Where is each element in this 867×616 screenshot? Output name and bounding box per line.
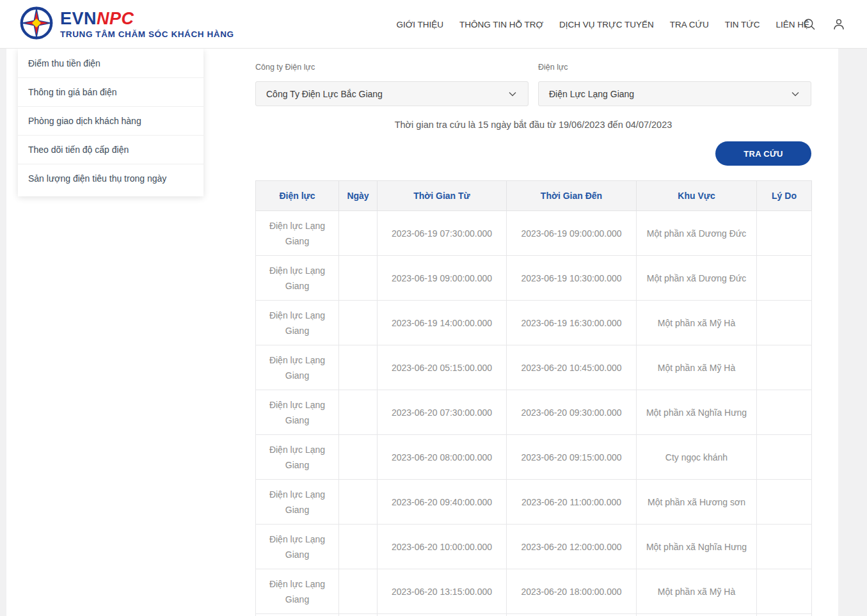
col-thoi-gian-den: Thời Gian Đến [507,181,637,211]
cell-thoi-gian-tu: 2023-06-19 09:00:00.000 [378,256,507,301]
cell-thoi-gian-den: 2023-06-20 12:00:00.000 [507,525,637,569]
col-ngay: Ngày [339,181,378,211]
cell-dien-luc: Điện lực Lạng Giang [256,480,339,525]
cell-thoi-gian-den: 2023-06-20 18:00:00.000 [507,569,637,614]
filter-fields: Công ty Điện lực Công Ty Điện Lực Bắc Gi… [255,63,811,106]
cell-ngay [339,256,378,301]
evn-star-logo-icon [19,6,54,43]
company-label: Công ty Điện lực [255,63,529,74]
brand-text: EVNNPC TRUNG TÂM CHĂM SÓC KHÁCH HÀNG [60,10,234,39]
cell-ly-do [757,569,812,614]
sidebar-item-label: Phòng giao dịch khách hàng [28,116,141,126]
cell-thoi-gian-tu: 2023-06-20 09:40:00.000 [378,480,507,525]
brand-evn: EVN [60,9,97,28]
nav-item[interactable]: TIN TỨC [725,20,760,29]
branch-field: Điện lực Điện Lực Lạng Giang [538,63,811,106]
nav-item[interactable]: THÔNG TIN HỖ TRỢ [459,20,543,29]
cell-ly-do [757,435,812,480]
brand-subtitle: TRUNG TÂM CHĂM SÓC KHÁCH HÀNG [60,29,234,39]
header-icons [803,0,845,49]
table-row: Điện lực Lạng Giang 2023-06-20 09:40:00.… [256,480,812,525]
cell-ngay [339,345,378,390]
company-field: Công ty Điện lực Công Ty Điện Lực Bắc Gi… [255,63,529,106]
nav-item[interactable]: TRA CỨU [670,20,709,29]
sidebar-item-label: Thông tin giá bán điện [28,87,117,97]
sidebar-item-label: Theo dõi tiến độ cấp điện [28,145,129,155]
cell-khu-vuc: Một phần xã Nghĩa Hưng [637,525,757,569]
cell-khu-vuc: Một phần xã Mỹ Hà [637,301,757,345]
table-row: Điện lực Lạng Giang 2023-06-20 13:15:00.… [256,569,812,614]
branch-select[interactable]: Điện Lực Lạng Giang [538,81,811,106]
table-row: Điện lực Lạng Giang 2023-06-20 07:30:00.… [256,390,812,435]
table-header-row: Điện lực Ngày Thời Gian Từ Thời Gian Đến… [256,181,812,211]
user-icon[interactable] [832,18,845,31]
cell-ly-do [757,390,812,435]
cell-thoi-gian-tu: 2023-06-20 07:30:00.000 [378,390,507,435]
cell-ly-do [757,211,812,256]
main-panel: Công ty Điện lực Công Ty Điện Lực Bắc Gi… [255,49,811,616]
main-nav: GIỚI THIỆU THÔNG TIN HỖ TRỢ DỊCH VỤ TRỰC… [396,0,809,49]
table-row: Điện lực Lạng Giang 2023-06-20 10:00:00.… [256,525,812,569]
button-row: TRA CỨU [255,141,811,166]
lookup-period-text: Thời gian tra cứu là 15 ngày bắt đầu từ … [255,120,811,130]
cell-ly-do [757,525,812,569]
cell-dien-luc: Điện lực Lạng Giang [256,435,339,480]
chevron-down-icon [790,89,800,99]
site-header: EVNNPC TRUNG TÂM CHĂM SÓC KHÁCH HÀNG GIỚ… [0,0,867,49]
search-icon[interactable] [803,18,816,31]
nav-item[interactable]: DỊCH VỤ TRỰC TUYẾN [559,20,654,29]
company-select[interactable]: Công Ty Điện Lực Bắc Giang [255,81,529,106]
cell-ly-do [757,345,812,390]
branch-label: Điện lực [538,63,811,74]
cell-dien-luc: Điện lực Lạng Giang [256,345,339,390]
brand-npc: NPC [97,9,134,28]
cell-thoi-gian-tu: 2023-06-19 14:00:00.000 [378,301,507,345]
outage-schedule-table: Điện lực Ngày Thời Gian Từ Thời Gian Đến… [255,180,812,616]
cell-ngay [339,569,378,614]
cell-thoi-gian-den: 2023-06-19 10:30:00.000 [507,256,637,301]
cell-ngay [339,301,378,345]
cell-khu-vuc: Một phần xã Nghĩa Hưng [637,390,757,435]
cell-thoi-gian-tu: 2023-06-20 08:00:00.000 [378,435,507,480]
cell-ngay [339,525,378,569]
sidebar-item[interactable]: Thông tin giá bán điện [18,77,203,106]
sidebar-item-label: Điểm thu tiền điện [28,58,100,68]
table-row: Điện lực Lạng Giang 2023-06-20 08:00:00.… [256,435,812,480]
cell-thoi-gian-tu: 2023-06-19 07:30:00.000 [378,211,507,256]
cell-dien-luc: Điện lực Lạng Giang [256,390,339,435]
cell-dien-luc: Điện lực Lạng Giang [256,301,339,345]
col-dien-luc: Điện lực [256,181,339,211]
sidebar-item[interactable]: Theo dõi tiến độ cấp điện [18,135,203,164]
cell-khu-vuc: Cty ngọc khánh [637,435,757,480]
cell-thoi-gian-den: 2023-06-20 09:15:00.000 [507,435,637,480]
cell-thoi-gian-den: 2023-06-20 10:45:00.000 [507,345,637,390]
cell-thoi-gian-tu: 2023-06-20 13:15:00.000 [378,569,507,614]
cell-thoi-gian-den: 2023-06-20 11:00:00.000 [507,480,637,525]
cell-khu-vuc: Một phần xã Dương Đức [637,211,757,256]
sidebar-item[interactable]: Điểm thu tiền điện [18,49,203,77]
brand-logo[interactable]: EVNNPC TRUNG TÂM CHĂM SÓC KHÁCH HÀNG [19,6,234,43]
cell-ly-do [757,301,812,345]
nav-item[interactable]: GIỚI THIỆU [396,20,443,29]
page-content: Điểm thu tiền điện Thông tin giá bán điệ… [6,49,838,616]
cell-ngay [339,480,378,525]
cell-thoi-gian-tu: 2023-06-20 10:00:00.000 [378,525,507,569]
col-khu-vuc: Khu Vực [637,181,757,211]
cell-thoi-gian-den: 2023-06-20 09:30:00.000 [507,390,637,435]
cell-khu-vuc: Một phần xã Mỹ Hà [637,345,757,390]
cell-ly-do [757,256,812,301]
col-thoi-gian-tu: Thời Gian Từ [378,181,507,211]
chevron-down-icon [507,89,518,99]
cell-khu-vuc: Một phần xã Dương Đức [637,256,757,301]
branch-select-value: Điện Lực Lạng Giang [549,89,634,99]
table-row: Điện lực Lạng Giang 2023-06-19 07:30:00.… [256,211,812,256]
sidebar-item[interactable]: Sản lượng điện tiêu thụ trong ngày [18,164,203,193]
sidebar-item[interactable]: Phòng giao dịch khách hàng [18,106,203,135]
cell-khu-vuc: Một phần xã Mỹ Hà [637,569,757,614]
col-ly-do: Lý Do [757,181,812,211]
cell-dien-luc: Điện lực Lạng Giang [256,569,339,614]
table-row: Điện lực Lạng Giang 2023-06-19 09:00:00.… [256,256,812,301]
cell-ngay [339,435,378,480]
sidebar-menu: Điểm thu tiền điện Thông tin giá bán điệ… [18,49,203,196]
tra-cuu-button[interactable]: TRA CỨU [715,141,811,166]
